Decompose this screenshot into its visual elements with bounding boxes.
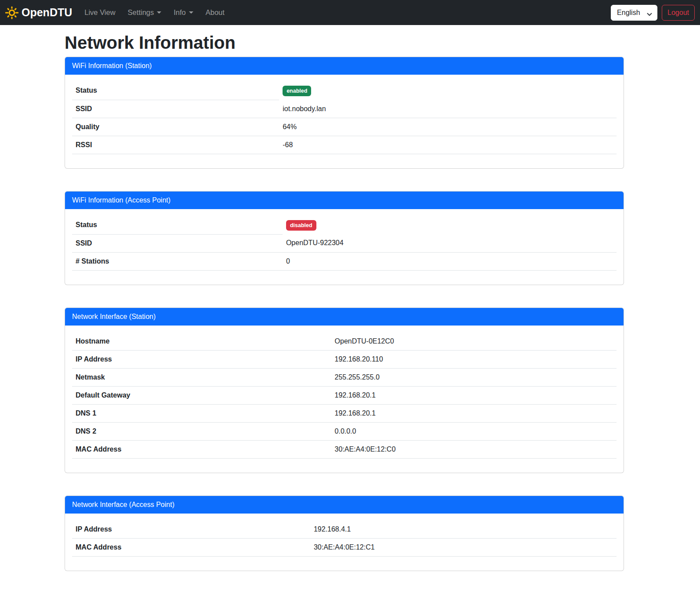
- language-select[interactable]: English: [611, 5, 657, 21]
- brand-label: OpenDTU: [22, 6, 72, 19]
- info-table: Status disabled SSID OpenDTU-922304 # St…: [72, 216, 617, 271]
- table-row: # Stations 0: [72, 252, 617, 270]
- chevron-down-icon: [157, 11, 161, 14]
- nav-item-about[interactable]: About: [199, 5, 231, 20]
- table-row: IP Address 192.168.4.1: [72, 521, 617, 539]
- row-label: Quality: [72, 118, 279, 136]
- row-value: iot.nobody.lan: [279, 100, 617, 118]
- table-row: MAC Address 30:AE:A4:0E:12:C1: [72, 538, 617, 556]
- table-row: Quality 64%: [72, 118, 617, 136]
- row-value: 192.168.20.1: [331, 404, 617, 422]
- page-title: Network Information: [65, 32, 624, 53]
- card-body: Hostname OpenDTU-0E12C0 IP Address 192.1…: [65, 326, 624, 473]
- table-row: Netmask 255.255.255.0: [72, 368, 617, 386]
- row-value: 30:AE:A4:0E:12:C0: [331, 440, 617, 458]
- card-header: Network Interface (Station): [65, 308, 624, 326]
- row-value: 255.255.255.0: [331, 368, 617, 386]
- row-value: OpenDTU-922304: [283, 234, 617, 252]
- row-label: DNS 1: [72, 404, 331, 422]
- row-label: IP Address: [72, 521, 310, 539]
- row-value: 64%: [279, 118, 617, 136]
- table-row: Default Gateway 192.168.20.1: [72, 386, 617, 404]
- status-badge: disabled: [286, 220, 316, 231]
- nav-item-live-view[interactable]: Live View: [78, 5, 121, 20]
- cards: WiFi Information (Station) Status enable…: [65, 57, 624, 571]
- card-header: WiFi Information (Access Point): [65, 192, 624, 209]
- card-body: Status enabled SSID iot.nobody.lan Quali…: [65, 75, 624, 168]
- row-value: 192.168.20.1: [331, 386, 617, 404]
- table-row: DNS 2 0.0.0.0: [72, 422, 617, 440]
- chevron-down-icon: [189, 11, 193, 14]
- row-value: 30:AE:A4:0E:12:C1: [310, 538, 617, 556]
- info-table: IP Address 192.168.4.1 MAC Address 30:AE…: [72, 521, 617, 557]
- logout-button[interactable]: Logout: [662, 5, 695, 21]
- info-card: WiFi Information (Access Point) Status d…: [65, 191, 624, 285]
- row-label: Default Gateway: [72, 386, 331, 404]
- table-row: Status disabled: [72, 216, 617, 234]
- card-header: WiFi Information (Station): [65, 57, 624, 75]
- main-content: Network Information WiFi Information (St…: [65, 32, 624, 571]
- row-label: Hostname: [72, 333, 331, 351]
- nav-menu: Live View Settings Info About: [78, 5, 231, 20]
- row-label: MAC Address: [72, 440, 331, 458]
- info-card: Network Interface (Access Point) IP Addr…: [65, 496, 624, 571]
- table-row: DNS 1 192.168.20.1: [72, 404, 617, 422]
- table-row: SSID OpenDTU-922304: [72, 234, 617, 252]
- navbar: OpenDTU Live View Settings Info About En…: [0, 0, 700, 25]
- row-label: DNS 2: [72, 422, 331, 440]
- table-row: RSSI -68: [72, 136, 617, 154]
- table-row: MAC Address 30:AE:A4:0E:12:C0: [72, 440, 617, 458]
- row-label: # Stations: [72, 252, 283, 270]
- row-label: Status: [72, 82, 279, 100]
- sun-icon: [5, 6, 18, 19]
- nav-item-settings[interactable]: Settings: [122, 5, 168, 20]
- language-select-wrap: English: [611, 5, 657, 21]
- row-value: 0.0.0.0: [331, 422, 617, 440]
- info-card: Network Interface (Station) Hostname Ope…: [65, 308, 624, 473]
- row-value: disabled: [283, 216, 617, 234]
- row-label: RSSI: [72, 136, 279, 154]
- row-label: Status: [72, 216, 283, 234]
- row-value: enabled: [279, 82, 617, 100]
- row-value: OpenDTU-0E12C0: [331, 333, 617, 351]
- card-body: IP Address 192.168.4.1 MAC Address 30:AE…: [65, 514, 624, 571]
- table-row: SSID iot.nobody.lan: [72, 100, 617, 118]
- row-label: SSID: [72, 234, 283, 252]
- card-header: Network Interface (Access Point): [65, 496, 624, 514]
- row-value: 0: [283, 252, 617, 270]
- brand-link[interactable]: OpenDTU: [5, 6, 72, 19]
- row-label: SSID: [72, 100, 279, 118]
- row-value: 192.168.4.1: [310, 521, 617, 539]
- table-row: Status enabled: [72, 82, 617, 100]
- table-row: Hostname OpenDTU-0E12C0: [72, 333, 617, 351]
- row-label: MAC Address: [72, 538, 310, 556]
- status-badge: enabled: [283, 86, 311, 96]
- row-value: 192.168.20.110: [331, 350, 617, 368]
- info-table: Status enabled SSID iot.nobody.lan Quali…: [72, 82, 617, 154]
- nav-item-info[interactable]: Info: [167, 5, 199, 20]
- table-row: IP Address 192.168.20.110: [72, 350, 617, 368]
- info-card: WiFi Information (Station) Status enable…: [65, 57, 624, 169]
- info-table: Hostname OpenDTU-0E12C0 IP Address 192.1…: [72, 333, 617, 459]
- row-value: -68: [279, 136, 617, 154]
- card-body: Status disabled SSID OpenDTU-922304 # St…: [65, 209, 624, 285]
- row-label: IP Address: [72, 350, 331, 368]
- row-label: Netmask: [72, 368, 331, 386]
